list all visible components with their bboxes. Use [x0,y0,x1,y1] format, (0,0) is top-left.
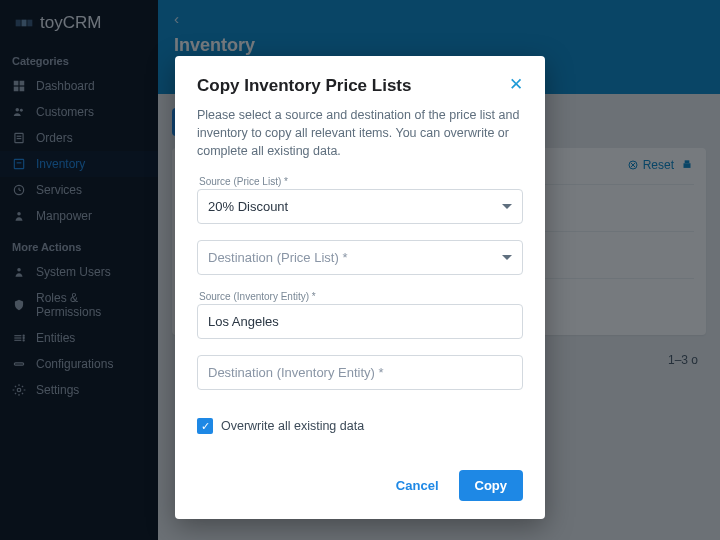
source-inventory-value: Los Angeles [208,314,279,329]
source-inventory-label: Source (Inventory Entity) * [197,291,523,302]
dest-inventory-field: Destination (Inventory Entity) * [197,355,523,390]
chevron-down-icon [502,255,512,260]
dest-pricelist-placeholder: Destination (Price List) * [208,250,347,265]
dest-inventory-input[interactable]: Destination (Inventory Entity) * [197,355,523,390]
source-pricelist-field: Source (Price List) * 20% Discount [197,176,523,224]
dest-inventory-placeholder: Destination (Inventory Entity) * [208,365,384,380]
copy-pricelists-modal: Copy Inventory Price Lists ✕ Please sele… [175,56,545,519]
source-pricelist-label: Source (Price List) * [197,176,523,187]
overwrite-checkbox[interactable]: ✓ [197,418,213,434]
copy-button[interactable]: Copy [459,470,524,501]
source-pricelist-value: 20% Discount [208,199,288,214]
source-inventory-input[interactable]: Los Angeles [197,304,523,339]
modal-overlay: Copy Inventory Price Lists ✕ Please sele… [0,0,720,540]
overwrite-checkbox-row[interactable]: ✓ Overwrite all existing data [197,418,523,434]
chevron-down-icon [502,204,512,209]
cancel-button[interactable]: Cancel [386,470,449,501]
modal-title: Copy Inventory Price Lists [197,76,411,96]
overwrite-label: Overwrite all existing data [221,419,364,433]
source-pricelist-select[interactable]: 20% Discount [197,189,523,224]
source-inventory-field: Source (Inventory Entity) * Los Angeles [197,291,523,339]
dest-pricelist-field: Destination (Price List) * [197,240,523,275]
close-icon[interactable]: ✕ [509,76,523,93]
modal-description: Please select a source and destination o… [197,106,523,160]
dest-pricelist-select[interactable]: Destination (Price List) * [197,240,523,275]
